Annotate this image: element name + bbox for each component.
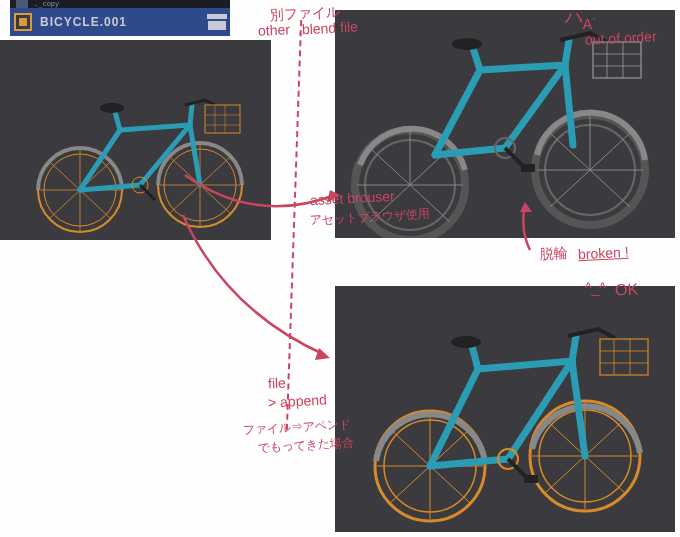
svg-rect-97 [600,339,648,375]
svg-line-26 [190,105,192,125]
note-other-file-en2: .blend file [298,18,359,38]
note-other-file-en1: other [258,21,291,39]
note-broken-en: broken ! [578,244,629,263]
asset-label: BICYCLE.001 [40,15,127,29]
note-file: file [268,375,287,393]
svg-line-54 [480,65,565,70]
svg-line-50 [550,170,590,207]
viewport-ok [335,286,675,532]
file-icon [16,0,28,8]
svg-line-76 [390,466,430,503]
asset-row[interactable]: BICYCLE.001 [10,8,230,36]
dashed-divider [286,20,302,430]
svg-point-96 [451,336,481,348]
svg-line-9 [50,162,80,190]
svg-line-25 [115,112,120,130]
archive-icon[interactable] [208,14,226,30]
svg-rect-28 [205,105,240,133]
svg-line-58 [473,48,480,70]
svg-line-15 [200,185,230,213]
svg-line-5 [80,190,110,218]
svg-line-49 [590,170,630,207]
svg-line-90 [478,361,572,369]
svg-line-21 [120,125,190,130]
svg-line-59 [565,40,569,65]
sad-face: 'A` [580,16,597,32]
svg-line-94 [472,346,478,369]
asset-collection-icon [14,13,32,31]
note-append: > append [268,391,328,411]
bicycle-source [20,50,260,240]
edge-filename: ._copy [34,0,59,8]
svg-rect-104 [524,475,538,483]
shake-lines: ハ [565,5,581,29]
svg-line-43 [370,148,410,185]
svg-line-55 [565,65,573,145]
svg-line-22 [190,125,200,185]
svg-line-13 [200,157,230,185]
bicycle-ok [340,291,670,531]
svg-line-86 [545,456,585,493]
svg-line-47 [590,133,630,170]
svg-line-23 [80,185,140,190]
note-ok: OK [615,279,639,299]
viewport-source [0,40,271,240]
svg-line-78 [390,429,430,466]
svg-line-92 [430,459,508,466]
svg-line-20 [80,130,120,190]
svg-point-27 [100,103,124,113]
svg-rect-68 [521,164,535,172]
svg-line-82 [585,419,625,456]
svg-line-74 [430,466,470,503]
happy-face: ^_^ [585,280,606,296]
svg-line-84 [585,456,625,493]
svg-line-53 [435,70,480,155]
svg-line-17 [170,185,200,213]
asset-bar-top-edge: ._copy [10,0,230,8]
svg-line-7 [50,190,80,218]
svg-line-95 [572,336,576,361]
svg-point-60 [452,38,482,50]
note-broken-jp: 脱輪 [540,244,569,262]
svg-line-57 [505,65,565,148]
